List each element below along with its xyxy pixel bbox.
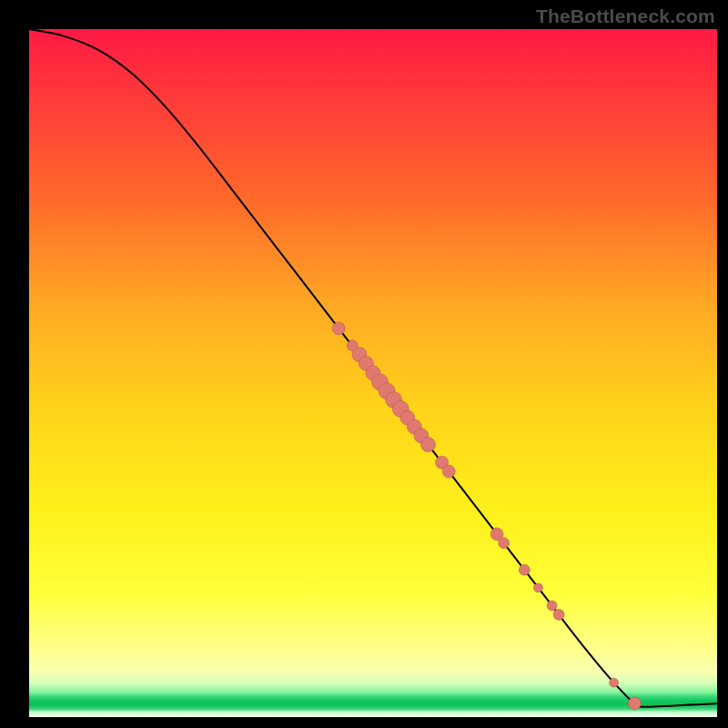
data-point (553, 609, 564, 620)
data-point (519, 564, 530, 575)
plot-area (29, 29, 717, 717)
data-point (332, 322, 345, 335)
curve-layer (29, 29, 717, 717)
chart-stage: TheBottleneck.com (0, 0, 728, 728)
data-point (610, 678, 619, 687)
watermark-text: TheBottleneck.com (536, 5, 715, 27)
data-point (547, 601, 557, 611)
scatter-points (332, 322, 641, 710)
data-point (442, 465, 455, 478)
data-point (628, 697, 641, 710)
data-point (421, 438, 436, 452)
data-point (533, 583, 542, 592)
data-point (499, 538, 510, 549)
